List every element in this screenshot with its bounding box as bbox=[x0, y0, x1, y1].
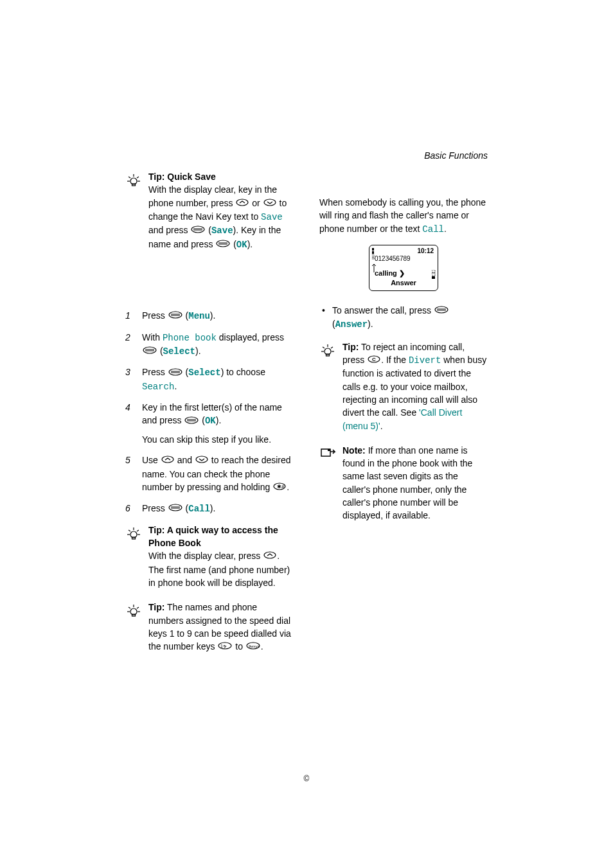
navdown-icon bbox=[195, 454, 208, 466]
tip-title: Tip: A quick way to access the Phone Boo… bbox=[148, 524, 294, 550]
softkey-icon bbox=[216, 238, 230, 251]
note-text: Note: If more than one name is found in … bbox=[342, 444, 488, 522]
step-2: 2 With Phone book displayed, press (Sele… bbox=[125, 331, 294, 359]
screen-calling: calling ❯ bbox=[375, 269, 405, 279]
svg-rect-24 bbox=[372, 254, 374, 257]
key-9-icon bbox=[246, 640, 260, 653]
step-4-sub: You can skip this step if you like. bbox=[142, 433, 294, 446]
star-hash-icon bbox=[273, 481, 286, 493]
step-1: 1 Press (Menu). bbox=[125, 309, 294, 323]
battery-icon bbox=[432, 270, 436, 279]
softkey-icon bbox=[184, 414, 199, 427]
screen-softkey: Answer bbox=[369, 278, 438, 288]
softkey-icon bbox=[168, 366, 182, 379]
step-6: 6 Press (Call). bbox=[125, 502, 294, 515]
tip-reject: Tip: To reject an incoming call, press .… bbox=[319, 341, 488, 432]
note-icon bbox=[319, 444, 337, 522]
page-body: Tip: Quick Save With the display clear, … bbox=[0, 0, 613, 704]
footer-copyright: © bbox=[0, 774, 613, 784]
screen-number: 0123456789 bbox=[375, 254, 411, 264]
intro-text: When somebody is calling you, the phone … bbox=[319, 196, 488, 236]
key-1-icon bbox=[218, 640, 232, 653]
softkey-icon bbox=[434, 304, 449, 317]
tip-speed-dial: Tip: The names and phone numbers assigne… bbox=[125, 601, 294, 653]
navdown-icon bbox=[263, 197, 276, 209]
svg-rect-28 bbox=[432, 273, 435, 276]
softkey-icon bbox=[168, 502, 182, 515]
step-3: 3 Press (Select) to choose Search. bbox=[125, 366, 294, 393]
svg-rect-22 bbox=[372, 248, 374, 251]
c-key-icon bbox=[368, 353, 380, 366]
navup-icon bbox=[236, 197, 249, 209]
tip-text: Tip: To reject an incoming call, press .… bbox=[342, 341, 488, 432]
tip-text: With the display clear, press . The firs… bbox=[148, 549, 294, 589]
bulb-icon bbox=[319, 341, 337, 432]
tip-quick-save: Tip: Quick Save With the display clear, … bbox=[125, 170, 294, 251]
step-4: 4 Key in the first letter(s) of the name… bbox=[125, 401, 294, 446]
tip-title: Tip: Quick Save bbox=[148, 170, 294, 183]
svg-rect-25 bbox=[372, 258, 374, 260]
phone-screen: 10:12 0123456789 calling ❯ Answer bbox=[369, 245, 438, 291]
answer-item: To answer the call, press (Answer). bbox=[319, 304, 488, 332]
right-column: When somebody is calling you, the phone … bbox=[319, 151, 488, 666]
answer-list: To answer the call, press (Answer). bbox=[319, 304, 488, 332]
softkey-icon bbox=[168, 309, 182, 322]
page-header: Basic Functions bbox=[424, 149, 488, 162]
steps-list: 1 Press (Menu). 2 With Phone book displa… bbox=[125, 309, 294, 516]
navup-icon bbox=[263, 549, 276, 562]
bulb-icon bbox=[125, 601, 143, 653]
softkey-icon bbox=[191, 224, 205, 236]
note-block: Note: If more than one name is found in … bbox=[319, 444, 488, 522]
svg-rect-27 bbox=[432, 270, 435, 272]
step-5: 5 Use and to reach the desired name. You… bbox=[125, 454, 294, 494]
bulb-icon bbox=[125, 170, 143, 251]
tip-quick-access: Tip: A quick way to access the Phone Boo… bbox=[125, 524, 294, 590]
navup-icon bbox=[161, 454, 174, 466]
softkey-icon bbox=[143, 344, 157, 357]
bulb-icon bbox=[125, 524, 143, 590]
tip-text: With the display clear, key in the phone… bbox=[148, 183, 294, 251]
screen-time: 10:12 bbox=[417, 247, 434, 256]
svg-rect-23 bbox=[372, 251, 374, 254]
left-column: Tip: Quick Save With the display clear, … bbox=[125, 151, 294, 666]
tip-text: Tip: The names and phone numbers assigne… bbox=[148, 601, 294, 653]
